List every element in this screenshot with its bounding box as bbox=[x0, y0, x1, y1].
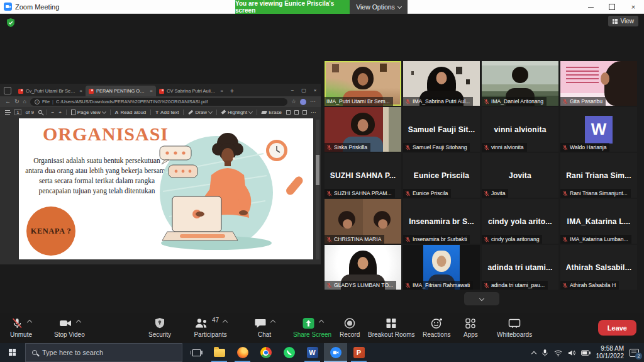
pdf-search-icon[interactable] bbox=[38, 110, 42, 114]
maximize-button[interactable] bbox=[601, 0, 623, 14]
taskbar-word[interactable]: W bbox=[301, 343, 324, 362]
participant-tile[interactable]: Athirah Salsabil... Athirah Salsabila H bbox=[560, 245, 637, 290]
show-more-participants-button[interactable] bbox=[464, 292, 499, 305]
taskbar-firefox[interactable] bbox=[231, 343, 254, 362]
participant-tile[interactable]: IMA_Katarina L... IMA_Katarina Lumban... bbox=[560, 199, 637, 244]
security-shield-icon[interactable] bbox=[6, 18, 16, 28]
address-bar[interactable]: i File | C:/Users/ASUS/Downloads/PERAN%2… bbox=[30, 98, 287, 106]
browser-tab-active[interactable]: PERAN PENTING ORGANISASI... × bbox=[86, 86, 156, 96]
browser-close-button[interactable]: × bbox=[309, 88, 321, 93]
participant-tile[interactable]: IMA_Sabrina Putri Aul... bbox=[403, 61, 480, 106]
gallery-view-button[interactable]: View bbox=[608, 16, 639, 26]
participant-tile[interactable]: IMA_Putri Utami Br Sem... bbox=[325, 61, 401, 106]
chevron-up-icon[interactable] bbox=[270, 320, 275, 325]
tray-expand-icon[interactable] bbox=[531, 351, 536, 356]
browser-minimize-button[interactable]: − bbox=[287, 88, 298, 93]
record-button[interactable]: Record bbox=[340, 317, 360, 338]
chat-button[interactable]: Chat bbox=[254, 317, 275, 338]
chevron-up-icon[interactable] bbox=[76, 320, 81, 325]
save-icon[interactable] bbox=[286, 110, 291, 115]
tab-close-icon[interactable]: × bbox=[79, 88, 82, 94]
new-tab-button[interactable]: + bbox=[230, 88, 234, 94]
print-icon[interactable] bbox=[294, 110, 299, 115]
participant-tile[interactable]: W Waldo Harianja bbox=[560, 107, 637, 152]
unmute-button[interactable]: Unmute bbox=[10, 317, 32, 338]
participant-tile[interactable]: Samuel Fauji Sit... Samuel Fauji Sitohan… bbox=[403, 107, 480, 152]
browser-maximize-button[interactable]: ▢ bbox=[298, 88, 309, 93]
taskbar-powerpoint[interactable]: P bbox=[347, 343, 370, 362]
security-button[interactable]: Security bbox=[148, 317, 171, 338]
participant-tile[interactable]: IMA_Daniel Aritonang bbox=[482, 61, 558, 106]
participant-tile[interactable]: SUZHI SAHNA P... SUZHI SAHNA PRAM... bbox=[325, 153, 401, 198]
tray-volume-icon[interactable] bbox=[568, 349, 575, 356]
draw-button[interactable]: Draw bbox=[188, 110, 212, 115]
action-center-icon[interactable]: 2 bbox=[630, 349, 639, 357]
office-woman-illustration bbox=[153, 122, 311, 256]
chevron-up-icon[interactable] bbox=[318, 320, 323, 325]
page-view-button[interactable]: Page view bbox=[71, 110, 106, 115]
taskbar-whatsapp[interactable] bbox=[277, 343, 301, 362]
close-button[interactable]: × bbox=[623, 0, 644, 14]
participant-tile[interactable]: IMA_Fitriani Rahmawati bbox=[403, 245, 480, 290]
participant-tile[interactable]: Eunice Priscila Eunice Priscila bbox=[403, 153, 480, 198]
zoom-out-icon[interactable]: − bbox=[51, 110, 54, 115]
pdf-scrollbar-track[interactable] bbox=[316, 120, 319, 259]
page-info-icon[interactable]: i bbox=[35, 99, 40, 105]
pdf-menu-icon[interactable] bbox=[5, 110, 10, 115]
tab-close-icon[interactable]: × bbox=[220, 88, 223, 94]
back-icon[interactable]: ← bbox=[5, 99, 11, 105]
browser-tab[interactable]: Cv_Putri Utami Br Sembiring.pdf × bbox=[15, 86, 86, 96]
view-options-button[interactable]: View Options bbox=[350, 0, 408, 14]
participant-tile[interactable]: GLADYS LUMBAN TO... bbox=[325, 245, 401, 290]
leave-meeting-button[interactable]: Leave bbox=[598, 320, 636, 336]
participant-tile[interactable]: Insenamira br S... Insenamira br Surbakt… bbox=[403, 199, 480, 244]
participant-tile[interactable]: Jovita Jovita bbox=[482, 153, 558, 198]
chevron-up-icon[interactable] bbox=[223, 320, 228, 325]
task-view-button[interactable] bbox=[185, 343, 208, 362]
taskbar-search-box[interactable]: Type here to search bbox=[25, 343, 182, 362]
start-button[interactable] bbox=[0, 343, 25, 362]
participant-tile[interactable]: vinni alvionita vinni alvionita bbox=[482, 107, 558, 152]
add-text-button[interactable]: T Add text bbox=[155, 110, 179, 115]
participant-tile[interactable]: adinda tri utami... adinda tri utami_pau… bbox=[482, 245, 558, 290]
participant-tile[interactable]: cindy yola arito... cindy yola aritonang bbox=[482, 199, 558, 244]
chevron-up-icon[interactable] bbox=[27, 320, 32, 325]
favorites-icon[interactable]: ☆ bbox=[291, 99, 296, 105]
participant-tile[interactable]: Siska Priskilla bbox=[325, 107, 401, 152]
minimize-button[interactable] bbox=[580, 0, 601, 14]
tray-wifi-icon[interactable] bbox=[554, 349, 562, 356]
participant-tile[interactable]: Rani Triana Sim... Rani Triana Simanjunt… bbox=[560, 153, 637, 198]
whiteboards-button[interactable]: Whiteboards bbox=[497, 317, 532, 338]
browser-tab[interactable]: CV Sabrina Putri Aulia Lubis (1... × bbox=[156, 86, 226, 96]
participant-tile[interactable]: Gita Pasaribu bbox=[560, 61, 637, 106]
profile-avatar[interactable] bbox=[300, 99, 306, 105]
taskbar-clock[interactable]: 9:58 AM 10/1/2022 bbox=[596, 345, 625, 361]
more-menu-icon[interactable]: ⋯ bbox=[310, 99, 316, 105]
participant-name-text: vinni alvionita bbox=[491, 144, 524, 150]
share-screen-button[interactable]: Share Screen bbox=[293, 317, 331, 338]
highlight-button[interactable]: Highlight bbox=[221, 110, 252, 115]
tray-battery-icon[interactable] bbox=[581, 350, 591, 356]
muted-mic-icon bbox=[326, 191, 332, 196]
tab-close-icon[interactable]: × bbox=[150, 88, 153, 94]
home-icon[interactable]: ⌂ bbox=[23, 99, 26, 105]
reactions-button[interactable]: Reactions bbox=[423, 317, 450, 338]
more-options-icon[interactable]: ⋯ bbox=[311, 110, 316, 115]
breakout-rooms-button[interactable]: Breakout Rooms bbox=[368, 317, 414, 338]
zoom-in-icon[interactable]: + bbox=[58, 110, 62, 115]
taskbar-chrome[interactable] bbox=[254, 343, 277, 362]
refresh-icon[interactable]: ↻ bbox=[14, 99, 19, 105]
page-number-input[interactable]: 1 bbox=[14, 109, 21, 115]
apps-button[interactable]: Apps bbox=[464, 317, 478, 338]
tray-mic-icon[interactable] bbox=[541, 349, 548, 357]
read-aloud-button[interactable]: A Read aloud bbox=[115, 110, 147, 115]
taskbar-zoom[interactable] bbox=[324, 343, 347, 362]
taskbar-file-explorer[interactable] bbox=[208, 343, 231, 362]
tab-actions-icon[interactable] bbox=[4, 87, 11, 94]
erase-button[interactable]: Erase bbox=[262, 110, 282, 115]
stop-video-button[interactable]: Stop Video bbox=[54, 317, 85, 338]
pdf-scrollbar-thumb[interactable] bbox=[316, 155, 319, 185]
participants-button[interactable]: 47 Participants bbox=[194, 317, 227, 338]
expand-icon[interactable] bbox=[303, 110, 307, 115]
participant-tile[interactable]: CHRISTINA MARIA bbox=[325, 199, 401, 244]
